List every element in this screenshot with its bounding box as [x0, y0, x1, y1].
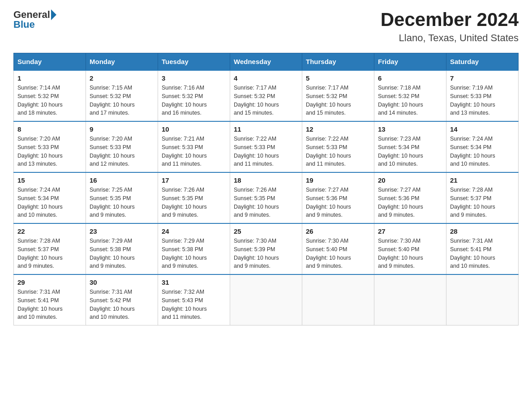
calendar-day-2: 2Sunrise: 7:15 AMSunset: 5:32 PMDaylight… — [86, 70, 158, 121]
day-number: 16 — [90, 176, 154, 184]
day-info: Sunrise: 7:14 AMSunset: 5:32 PMDaylight:… — [17, 84, 82, 117]
calendar-day-19: 19Sunrise: 7:27 AMSunset: 5:36 PMDayligh… — [302, 172, 374, 223]
day-info: Sunrise: 7:15 AMSunset: 5:32 PMDaylight:… — [90, 84, 154, 117]
month-year-title: December 2024 — [381, 9, 519, 30]
day-info: Sunrise: 7:22 AMSunset: 5:33 PMDaylight:… — [234, 135, 298, 168]
calendar-header-wednesday: Wednesday — [230, 53, 302, 71]
calendar-day-26: 26Sunrise: 7:30 AMSunset: 5:40 PMDayligh… — [302, 223, 374, 274]
logo-blue-text: Blue — [13, 19, 35, 30]
calendar-day-13: 13Sunrise: 7:23 AMSunset: 5:34 PMDayligh… — [374, 121, 446, 172]
calendar-day-23: 23Sunrise: 7:29 AMSunset: 5:38 PMDayligh… — [86, 223, 158, 274]
day-number: 20 — [378, 176, 442, 184]
day-number: 2 — [90, 74, 154, 82]
calendar-day-10: 10Sunrise: 7:21 AMSunset: 5:33 PMDayligh… — [158, 121, 230, 172]
day-info: Sunrise: 7:30 AMSunset: 5:39 PMDaylight:… — [234, 237, 298, 270]
day-number: 31 — [162, 278, 226, 286]
day-info: Sunrise: 7:29 AMSunset: 5:38 PMDaylight:… — [162, 237, 226, 270]
day-number: 27 — [378, 227, 442, 235]
day-number: 4 — [234, 74, 298, 82]
calendar-day-empty — [446, 274, 519, 325]
calendar-day-11: 11Sunrise: 7:22 AMSunset: 5:33 PMDayligh… — [230, 121, 302, 172]
calendar-header-row: SundayMondayTuesdayWednesdayThursdayFrid… — [14, 53, 519, 71]
calendar-day-17: 17Sunrise: 7:26 AMSunset: 5:35 PMDayligh… — [158, 172, 230, 223]
day-info: Sunrise: 7:32 AMSunset: 5:43 PMDaylight:… — [162, 288, 226, 321]
day-number: 9 — [90, 125, 154, 133]
calendar-day-21: 21Sunrise: 7:28 AMSunset: 5:37 PMDayligh… — [446, 172, 519, 223]
calendar-day-6: 6Sunrise: 7:18 AMSunset: 5:32 PMDaylight… — [374, 70, 446, 121]
day-info: Sunrise: 7:24 AMSunset: 5:34 PMDaylight:… — [450, 135, 515, 168]
day-info: Sunrise: 7:27 AMSunset: 5:36 PMDaylight:… — [306, 186, 370, 219]
day-number: 6 — [378, 74, 442, 82]
calendar-day-3: 3Sunrise: 7:16 AMSunset: 5:32 PMDaylight… — [158, 70, 230, 121]
calendar-day-30: 30Sunrise: 7:31 AMSunset: 5:42 PMDayligh… — [86, 274, 158, 325]
page-header: General Blue December 2024 Llano, Texas,… — [13, 9, 519, 44]
day-number: 21 — [450, 176, 515, 184]
day-info: Sunrise: 7:30 AMSunset: 5:40 PMDaylight:… — [306, 237, 370, 270]
calendar-week-row: 1Sunrise: 7:14 AMSunset: 5:32 PMDaylight… — [14, 70, 519, 121]
title-block: December 2024 Llano, Texas, United State… — [381, 9, 519, 44]
calendar-week-row: 15Sunrise: 7:24 AMSunset: 5:34 PMDayligh… — [14, 172, 519, 223]
day-info: Sunrise: 7:19 AMSunset: 5:33 PMDaylight:… — [450, 84, 515, 117]
calendar-week-row: 8Sunrise: 7:20 AMSunset: 5:33 PMDaylight… — [14, 121, 519, 172]
calendar-day-18: 18Sunrise: 7:26 AMSunset: 5:35 PMDayligh… — [230, 172, 302, 223]
day-number: 26 — [306, 227, 370, 235]
day-number: 5 — [306, 74, 370, 82]
day-number: 19 — [306, 176, 370, 184]
day-number: 14 — [450, 125, 515, 133]
calendar-day-31: 31Sunrise: 7:32 AMSunset: 5:43 PMDayligh… — [158, 274, 230, 325]
day-info: Sunrise: 7:18 AMSunset: 5:32 PMDaylight:… — [378, 84, 442, 117]
day-number: 8 — [17, 125, 82, 133]
day-number: 18 — [234, 176, 298, 184]
day-number: 28 — [450, 227, 515, 235]
day-number: 30 — [90, 278, 154, 286]
day-number: 17 — [162, 176, 226, 184]
day-number: 15 — [17, 176, 82, 184]
calendar-day-7: 7Sunrise: 7:19 AMSunset: 5:33 PMDaylight… — [446, 70, 519, 121]
day-info: Sunrise: 7:24 AMSunset: 5:34 PMDaylight:… — [17, 186, 82, 219]
day-info: Sunrise: 7:22 AMSunset: 5:33 PMDaylight:… — [306, 135, 370, 168]
day-info: Sunrise: 7:29 AMSunset: 5:38 PMDaylight:… — [90, 237, 154, 270]
calendar-day-22: 22Sunrise: 7:28 AMSunset: 5:37 PMDayligh… — [14, 223, 86, 274]
day-number: 3 — [162, 74, 226, 82]
calendar-day-empty — [230, 274, 302, 325]
day-number: 25 — [234, 227, 298, 235]
day-info: Sunrise: 7:20 AMSunset: 5:33 PMDaylight:… — [90, 135, 154, 168]
calendar-day-8: 8Sunrise: 7:20 AMSunset: 5:33 PMDaylight… — [14, 121, 86, 172]
day-number: 11 — [234, 125, 298, 133]
calendar-header-tuesday: Tuesday — [158, 53, 230, 71]
day-info: Sunrise: 7:27 AMSunset: 5:36 PMDaylight:… — [378, 186, 442, 219]
day-number: 12 — [306, 125, 370, 133]
day-number: 29 — [17, 278, 82, 286]
day-number: 13 — [378, 125, 442, 133]
calendar-day-4: 4Sunrise: 7:17 AMSunset: 5:32 PMDaylight… — [230, 70, 302, 121]
day-info: Sunrise: 7:25 AMSunset: 5:35 PMDaylight:… — [90, 186, 154, 219]
calendar-header-sunday: Sunday — [14, 53, 86, 71]
calendar-day-16: 16Sunrise: 7:25 AMSunset: 5:35 PMDayligh… — [86, 172, 158, 223]
day-info: Sunrise: 7:21 AMSunset: 5:33 PMDaylight:… — [162, 135, 226, 168]
logo: General Blue — [13, 9, 57, 30]
day-info: Sunrise: 7:17 AMSunset: 5:32 PMDaylight:… — [234, 84, 298, 117]
day-number: 22 — [17, 227, 82, 235]
day-info: Sunrise: 7:16 AMSunset: 5:32 PMDaylight:… — [162, 84, 226, 117]
calendar-week-row: 22Sunrise: 7:28 AMSunset: 5:37 PMDayligh… — [14, 223, 519, 274]
day-info: Sunrise: 7:31 AMSunset: 5:41 PMDaylight:… — [450, 237, 515, 270]
day-info: Sunrise: 7:28 AMSunset: 5:37 PMDaylight:… — [450, 186, 515, 219]
calendar-day-27: 27Sunrise: 7:30 AMSunset: 5:40 PMDayligh… — [374, 223, 446, 274]
day-number: 7 — [450, 74, 515, 82]
calendar-day-5: 5Sunrise: 7:17 AMSunset: 5:32 PMDaylight… — [302, 70, 374, 121]
calendar-header-friday: Friday — [374, 53, 446, 71]
calendar-day-28: 28Sunrise: 7:31 AMSunset: 5:41 PMDayligh… — [446, 223, 519, 274]
day-number: 24 — [162, 227, 226, 235]
calendar-day-14: 14Sunrise: 7:24 AMSunset: 5:34 PMDayligh… — [446, 121, 519, 172]
calendar-day-9: 9Sunrise: 7:20 AMSunset: 5:33 PMDaylight… — [86, 121, 158, 172]
calendar-header-saturday: Saturday — [446, 53, 519, 71]
logo-arrow-icon — [51, 9, 56, 20]
calendar-day-empty — [374, 274, 446, 325]
calendar-day-1: 1Sunrise: 7:14 AMSunset: 5:32 PMDaylight… — [14, 70, 86, 121]
location-subtitle: Llano, Texas, United States — [381, 32, 519, 44]
day-info: Sunrise: 7:26 AMSunset: 5:35 PMDaylight:… — [234, 186, 298, 219]
day-number: 1 — [17, 74, 82, 82]
calendar-header-monday: Monday — [86, 53, 158, 71]
calendar-day-empty — [302, 274, 374, 325]
day-info: Sunrise: 7:31 AMSunset: 5:42 PMDaylight:… — [90, 288, 154, 321]
